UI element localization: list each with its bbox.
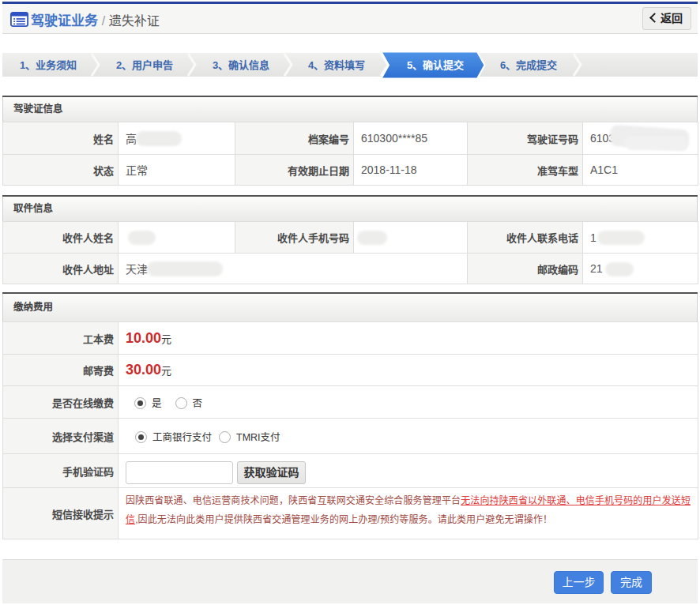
svg-text:2、用户申告: 2、用户申告 [116,59,173,71]
svg-text:3、确认信息: 3、确认信息 [213,59,269,71]
svg-text:4、资料填写: 4、资料填写 [308,59,365,71]
svg-text:5、确认提交: 5、确认提交 [407,59,464,71]
svg-text:6、完成提交: 6、完成提交 [500,59,557,71]
svg-text:1、业务须知: 1、业务须知 [20,59,77,71]
